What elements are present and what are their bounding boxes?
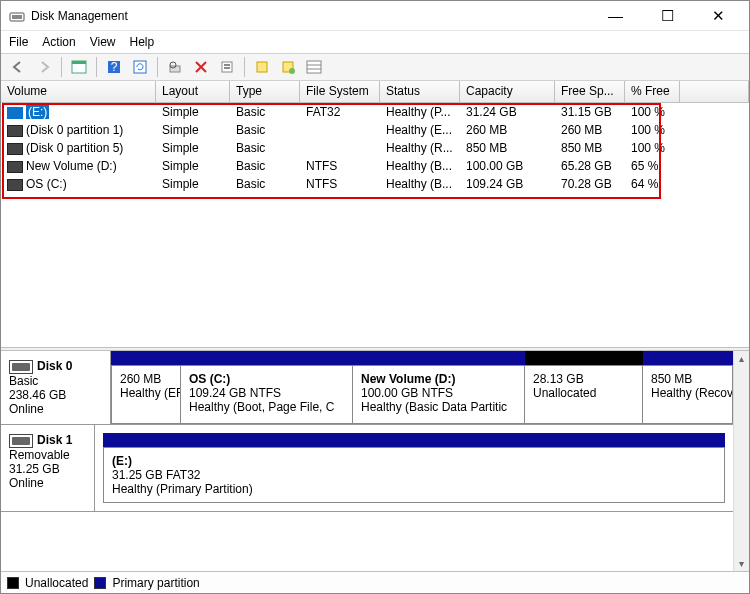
legend: Unallocated Primary partition (1, 571, 749, 593)
list-icon[interactable] (303, 56, 325, 78)
close-button[interactable]: ✕ (702, 4, 735, 27)
back-icon[interactable] (7, 56, 29, 78)
disk-info[interactable]: Disk 1 Removable 31.25 GB Online (1, 425, 95, 511)
legend-unallocated-label: Unallocated (25, 576, 88, 590)
partition-box[interactable]: 850 MBHealthy (Recov (643, 365, 733, 424)
col-percentfree[interactable]: % Free (625, 81, 680, 102)
disk-management-window: Disk Management — ☐ ✕ File Action View H… (0, 0, 750, 594)
window-title: Disk Management (31, 9, 598, 23)
app-icon (9, 8, 25, 24)
partition-size: 260 MB (120, 372, 172, 386)
partition-box[interactable]: OS (C:)109.24 GB NTFSHealthy (Boot, Page… (181, 365, 353, 424)
cell-status: Healthy (E... (380, 122, 460, 138)
partition-size: 28.13 GB (533, 372, 634, 386)
col-freespace[interactable]: Free Sp... (555, 81, 625, 102)
table-row[interactable]: (Disk 0 partition 1)SimpleBasicHealthy (… (1, 121, 749, 139)
forward-icon[interactable] (33, 56, 55, 78)
volume-name: (Disk 0 partition 5) (26, 141, 123, 155)
table-row[interactable]: (E:)SimpleBasicFAT32Healthy (P...31.24 G… (1, 103, 749, 121)
scroll-down-icon[interactable]: ▾ (737, 556, 746, 571)
cell-free: 850 MB (555, 140, 625, 156)
disk-name: Disk 0 (37, 359, 72, 373)
partition-status: Healthy (EF (120, 386, 172, 400)
col-extra[interactable] (680, 81, 749, 102)
disk-info[interactable]: Disk 0 Basic 238.46 GB Online (1, 351, 111, 424)
disk-row: Disk 1 Removable 31.25 GB Online (E:)31.… (1, 425, 733, 512)
cell-capacity: 109.24 GB (460, 176, 555, 192)
show-hide-icon[interactable] (68, 56, 90, 78)
partition-status: Healthy (Boot, Page File, C (189, 400, 344, 414)
cell-type: Basic (230, 158, 300, 174)
partition-strip (111, 351, 733, 365)
table-row[interactable]: New Volume (D:)SimpleBasicNTFSHealthy (B… (1, 157, 749, 175)
col-layout[interactable]: Layout (156, 81, 230, 102)
action2-icon[interactable] (277, 56, 299, 78)
scrollbar[interactable]: ▴ ▾ (733, 351, 749, 571)
partition-box[interactable]: 260 MBHealthy (EF (111, 365, 181, 424)
minimize-button[interactable]: — (598, 4, 633, 27)
refresh-icon[interactable] (129, 56, 151, 78)
col-volume[interactable]: Volume (1, 81, 156, 102)
partition-status: Healthy (Primary Partition) (112, 482, 716, 496)
cell-type: Basic (230, 122, 300, 138)
partition-status: Healthy (Recov (651, 386, 724, 400)
cell-status: Healthy (R... (380, 140, 460, 156)
drive-icon (7, 125, 23, 137)
separator (61, 57, 62, 77)
disk-name: Disk 1 (37, 433, 72, 447)
disk-size: 238.46 GB (9, 388, 102, 402)
disk-type: Removable (9, 448, 86, 462)
action-icon[interactable] (251, 56, 273, 78)
maximize-button[interactable]: ☐ (651, 4, 684, 27)
col-type[interactable]: Type (230, 81, 300, 102)
rescan-icon[interactable] (164, 56, 186, 78)
properties-icon[interactable] (216, 56, 238, 78)
cell-pfree: 100 % (625, 140, 680, 156)
cell-status: Healthy (B... (380, 176, 460, 192)
cell-type: Basic (230, 140, 300, 156)
cell-filesystem: NTFS (300, 176, 380, 192)
disk-state: Online (9, 476, 86, 490)
col-status[interactable]: Status (380, 81, 460, 102)
legend-primary-label: Primary partition (112, 576, 199, 590)
svg-rect-15 (307, 61, 321, 73)
disk-row: Disk 0 Basic 238.46 GB Online260 MBHealt… (1, 351, 733, 425)
cell-capacity: 100.00 GB (460, 158, 555, 174)
partition-status: Unallocated (533, 386, 634, 400)
cell-layout: Simple (156, 122, 230, 138)
delete-icon[interactable] (190, 56, 212, 78)
menu-help[interactable]: Help (130, 35, 155, 49)
help-icon[interactable]: ? (103, 56, 125, 78)
disk-icon (9, 434, 33, 448)
scroll-up-icon[interactable]: ▴ (737, 351, 746, 366)
cell-type: Basic (230, 176, 300, 192)
titlebar: Disk Management — ☐ ✕ (1, 1, 749, 31)
menu-file[interactable]: File (9, 35, 28, 49)
cell-free: 31.15 GB (555, 104, 625, 120)
menu-view[interactable]: View (90, 35, 116, 49)
svg-rect-3 (72, 61, 86, 64)
cell-filesystem: FAT32 (300, 104, 380, 120)
cell-capacity: 260 MB (460, 122, 555, 138)
cell-pfree: 100 % (625, 122, 680, 138)
cell-status: Healthy (P... (380, 104, 460, 120)
col-filesystem[interactable]: File System (300, 81, 380, 102)
col-capacity[interactable]: Capacity (460, 81, 555, 102)
volume-table-body: (E:)SimpleBasicFAT32Healthy (P...31.24 G… (1, 103, 749, 193)
partition-box[interactable]: 28.13 GBUnallocated (525, 365, 643, 424)
cell-type: Basic (230, 104, 300, 120)
partition-size: 31.25 GB FAT32 (112, 468, 716, 482)
table-row[interactable]: OS (C:)SimpleBasicNTFSHealthy (B...109.2… (1, 175, 749, 193)
drive-icon (7, 161, 23, 173)
disk-map: Disk 0 Basic 238.46 GB Online260 MBHealt… (1, 351, 733, 571)
cell-layout: Simple (156, 140, 230, 156)
table-row[interactable]: (Disk 0 partition 5)SimpleBasicHealthy (… (1, 139, 749, 157)
menu-action[interactable]: Action (42, 35, 75, 49)
cell-layout: Simple (156, 104, 230, 120)
cell-layout: Simple (156, 158, 230, 174)
separator (244, 57, 245, 77)
partition-box[interactable]: New Volume (D:)100.00 GB NTFSHealthy (Ba… (353, 365, 525, 424)
legend-primary-swatch (94, 577, 106, 589)
partition-box[interactable]: (E:)31.25 GB FAT32Healthy (Primary Parti… (103, 447, 725, 503)
cell-filesystem (300, 129, 380, 131)
